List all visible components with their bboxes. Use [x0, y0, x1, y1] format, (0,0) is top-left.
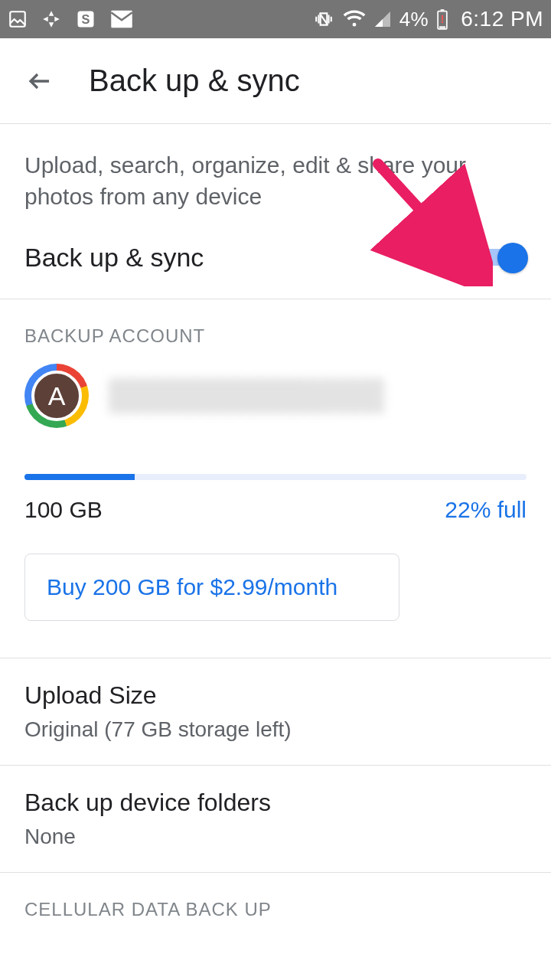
device-folders-subtitle: None — [24, 825, 527, 849]
backup-account-row[interactable]: A — [0, 361, 551, 454]
backup-sync-toggle-label: Back up & sync — [24, 243, 204, 273]
wifi-icon — [343, 10, 366, 28]
status-bar: S 4% ! 6:12 PM — [0, 0, 551, 38]
upload-size-item[interactable]: Upload Size Original (77 GB storage left… — [0, 658, 551, 766]
svg-rect-0 — [10, 11, 25, 27]
status-left-icons: S — [8, 8, 133, 30]
backup-sync-toggle-row[interactable]: Back up & sync — [0, 243, 551, 299]
battery-icon: ! — [436, 8, 448, 30]
device-folders-title: Back up device folders — [24, 789, 527, 817]
app-notification-icon: S — [75, 8, 96, 30]
back-button[interactable] — [21, 63, 58, 100]
cellular-data-header: CELLULAR DATA BACK UP — [0, 873, 551, 928]
account-email-redacted — [109, 378, 384, 413]
storage-meta: 100 GB 22% full — [24, 497, 527, 523]
photos-icon — [41, 9, 61, 29]
storage-progress-fill — [24, 474, 135, 480]
svg-text:!: ! — [441, 13, 445, 25]
status-right: 4% ! 6:12 PM — [312, 7, 543, 31]
upload-size-title: Upload Size — [24, 681, 527, 710]
app-bar: Back up & sync — [0, 38, 551, 124]
storage-progress — [24, 474, 527, 480]
vibrate-icon — [312, 9, 335, 29]
intro-section: Upload, search, organize, edit & share y… — [0, 124, 551, 243]
upload-size-subtitle: Original (77 GB storage left) — [24, 717, 527, 742]
avatar: A — [24, 364, 89, 428]
storage-percent: 22% full — [445, 497, 527, 523]
svg-text:S: S — [82, 12, 90, 26]
buy-storage-button[interactable]: Buy 200 GB for $2.99/month — [24, 554, 399, 621]
device-folders-item[interactable]: Back up device folders None — [0, 766, 551, 873]
toggle-thumb — [497, 243, 528, 273]
page-title: Back up & sync — [89, 64, 300, 98]
arrow-left-icon — [26, 67, 54, 95]
battery-percent: 4% — [399, 8, 429, 31]
backup-sync-toggle[interactable] — [476, 244, 527, 272]
intro-text: Upload, search, organize, edit & share y… — [24, 150, 527, 212]
image-icon — [8, 9, 28, 29]
avatar-letter: A — [31, 371, 82, 421]
svg-rect-5 — [441, 9, 445, 11]
svg-rect-6 — [439, 26, 445, 28]
storage-block: 100 GB 22% full — [0, 454, 551, 554]
backup-account-header: BACKUP ACCOUNT — [0, 299, 551, 361]
cell-signal-icon — [373, 10, 392, 28]
storage-total: 100 GB — [24, 497, 103, 523]
gmail-icon — [110, 9, 133, 29]
status-time: 6:12 PM — [461, 7, 543, 31]
